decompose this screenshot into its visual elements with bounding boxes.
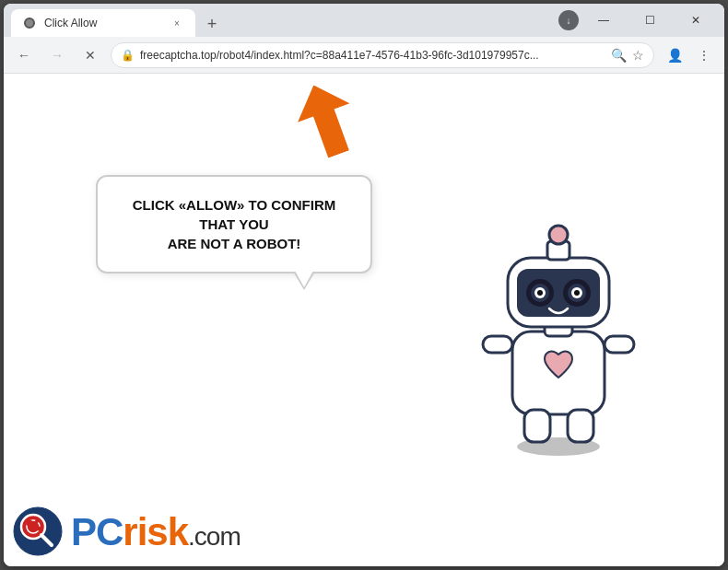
lock-icon: 🔒 — [121, 49, 135, 62]
tab-area: Click Allow × + — [11, 4, 555, 37]
tab-favicon — [22, 16, 37, 30]
nav-actions: 👤 ⋮ — [662, 42, 717, 68]
reload-button[interactable]: ✕ — [77, 42, 103, 68]
arrow-up-icon — [288, 76, 365, 164]
speech-bubble: CLICK «ALLOW» TO CONFIRM THAT YOU ARE NO… — [96, 175, 372, 273]
svg-point-6 — [27, 520, 33, 527]
pcrisk-logo-icon — [13, 506, 64, 557]
bubble-line-2: ARE NOT A ROBOT! — [168, 236, 301, 251]
page-content: CLICK «ALLOW» TO CONFIRM THAT YOU ARE NO… — [4, 74, 724, 566]
robot-svg — [466, 166, 651, 460]
arrow-container — [299, 83, 354, 157]
robot-eye-left-pupil — [537, 290, 543, 296]
search-icon[interactable]: 🔍 — [611, 48, 627, 63]
title-bar: Click Allow × + ↓ — ☐ ✕ — [4, 4, 724, 37]
address-bar[interactable]: 🔒 freecaptcha.top/robot4/index.html?c=88… — [111, 42, 654, 68]
risk-text: risk — [123, 510, 188, 553]
svg-point-7 — [35, 519, 39, 523]
new-tab-button[interactable]: + — [199, 11, 225, 37]
forward-button[interactable]: → — [44, 42, 70, 68]
minimize-button[interactable]: — — [582, 6, 625, 34]
pc-text: PC — [71, 510, 123, 553]
download-indicator[interactable]: ↓ — [558, 10, 579, 30]
tab-title: Click Allow — [44, 17, 162, 29]
robot-leg-left — [524, 410, 550, 442]
robot-container — [466, 166, 651, 460]
robot-leg-right — [568, 410, 593, 442]
watermark: PCrisk.com — [13, 506, 241, 557]
menu-button[interactable]: ⋮ — [691, 42, 717, 68]
bubble-line-1: CLICK «ALLOW» TO CONFIRM THAT YOU — [133, 197, 336, 232]
reload-icon: ✕ — [85, 48, 96, 63]
browser-window: Click Allow × + ↓ — ☐ ✕ ← → ✕ 🔒 freecapt… — [4, 4, 724, 566]
robot-arm-left — [483, 336, 512, 353]
active-tab[interactable]: Click Allow × — [11, 9, 195, 37]
bubble-text: CLICK «ALLOW» TO CONFIRM THAT YOU ARE NO… — [121, 195, 347, 253]
maximize-button[interactable]: ☐ — [628, 6, 671, 34]
url-text: freecaptcha.top/robot4/index.html?c=88a4… — [140, 49, 605, 62]
nav-bar: ← → ✕ 🔒 freecaptcha.top/robot4/index.htm… — [4, 37, 724, 74]
bookmark-icon[interactable]: ☆ — [632, 48, 644, 63]
window-controls: ↓ — ☐ ✕ — [558, 6, 717, 34]
svg-point-8 — [37, 527, 41, 531]
forward-icon: → — [51, 48, 64, 63]
profile-icon: 👤 — [667, 48, 683, 63]
back-icon: ← — [18, 48, 30, 63]
pcrisk-text: PCrisk.com — [71, 513, 241, 552]
profile-button[interactable]: 👤 — [662, 42, 687, 68]
robot-arm-right — [605, 336, 634, 353]
back-button[interactable]: ← — [11, 42, 37, 68]
robot-eye-right-pupil — [574, 290, 580, 296]
robot-antenna-ball — [549, 226, 568, 244]
tab-close-button[interactable]: × — [170, 16, 184, 30]
com-text: .com — [188, 522, 241, 551]
close-button[interactable]: ✕ — [675, 6, 717, 34]
menu-icon: ⋮ — [698, 48, 710, 63]
